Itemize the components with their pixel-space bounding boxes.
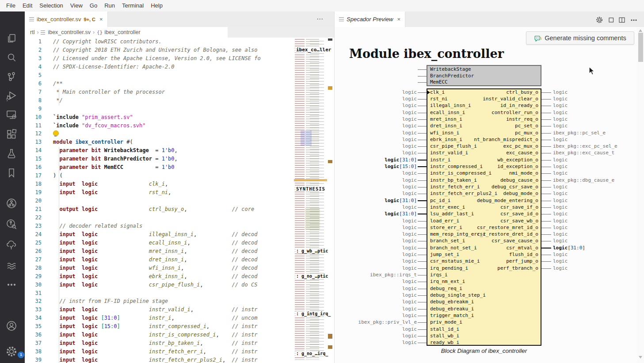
code-line-13[interactable]: 13module ibex_controller #( [25, 138, 294, 146]
code-line-31[interactable]: 31 [25, 289, 294, 298]
code-line-6[interactable]: 6/** [25, 80, 294, 88]
breadcrumb-root[interactable]: rtl [30, 29, 34, 35]
scrollbar-thumb[interactable] [638, 33, 643, 62]
input-port-stub [418, 268, 427, 269]
code-line-22[interactable]: 22 [25, 214, 294, 222]
code-line-5[interactable]: 5 [25, 71, 294, 80]
code-line-11[interactable]: 11`include "dv_fcov_macros.svh" [25, 122, 294, 130]
settings-gear-icon[interactable]: 1 [5, 345, 18, 358]
code-line-8[interactable]: 8 */ [25, 96, 294, 105]
line-number: 21 [25, 205, 42, 214]
output-port-name: csr_save_id_o [438, 211, 538, 217]
run-debug-icon[interactable] [5, 89, 18, 102]
indent-guide [59, 147, 59, 363]
waves-icon[interactable] [5, 260, 18, 272]
code-line-37[interactable]: 37 input logic instr_bp_taken_i, // inst… [25, 339, 294, 348]
menu-help[interactable]: Help [147, 0, 166, 11]
tab-specador-preview[interactable]: Specador Preview × [335, 11, 405, 27]
menu-go[interactable]: Go [86, 0, 101, 11]
menu-selection[interactable]: Selection [36, 0, 66, 11]
code-line-7[interactable]: 7 * Main controller of the processor [25, 88, 294, 96]
tab-ibex-controller[interactable]: ibex_controller.sv 9+, C × [25, 11, 108, 27]
code-line-38[interactable]: 38 input logic instr_fetch_err_i, // ins… [25, 348, 294, 356]
breadcrumb-symbol[interactable]: ibex_controller [104, 29, 140, 35]
code-line-28[interactable]: 28 input logic wfi_insn_i, // decod [25, 264, 294, 272]
account-icon[interactable] [5, 320, 18, 332]
preview-lock-icon[interactable] [607, 16, 615, 24]
lightbulb-icon[interactable] [53, 130, 59, 136]
code-line-34[interactable]: 34 input logic [31:0] instr_i, // uncom [25, 314, 294, 322]
code-line-21[interactable]: 21 output logic ctrl_busy_o, // core [25, 205, 294, 214]
tab-close-icon[interactable]: × [397, 16, 401, 23]
code-line-23[interactable]: 23 // decoder related signals [25, 222, 294, 230]
code-line-12[interactable]: 12 [25, 130, 294, 138]
input-port-type: logic [340, 259, 417, 264]
code-line-39[interactable]: 39 input logic instr_fetch_err_plus2_i, … [25, 356, 294, 363]
code-line-27[interactable]: 27 input logic dret_insn_i, // decod [25, 256, 294, 264]
source-control-icon[interactable] [5, 70, 18, 83]
preview-scrollbar[interactable] [637, 27, 644, 363]
code-line-15[interactable]: 15 parameter bit BranchPredictor = 1'b0, [25, 155, 294, 163]
output-port-type: logic [553, 198, 633, 203]
output-port-name: perf_tbranch_o [438, 266, 538, 271]
remote-explorer-icon[interactable] [5, 108, 18, 121]
output-port-stub [541, 214, 551, 214]
todo-tree-icon[interactable] [5, 239, 18, 251]
code-line-19[interactable]: 19 input logic rst_ni, [25, 188, 294, 197]
menu-terminal[interactable]: Terminal [118, 0, 147, 11]
code-line-30[interactable]: 30 input logic csr_pipe_flush_i, // do C… [25, 281, 294, 289]
generate-missing-comments-button[interactable]: Generate missing comments [526, 31, 634, 45]
minimap[interactable]: ibex_co…llerSYNTHESIS: g_wb_…ptic: g_no_… [294, 38, 327, 363]
activity-bar: 1 [0, 11, 25, 363]
split-editor-icon[interactable] [618, 16, 626, 24]
gear-icon[interactable] [595, 16, 603, 24]
chevron-right-icon: › [91, 29, 97, 35]
code-line-4[interactable]: 4// SPDX-License-Identifier: Apache-2.0 [25, 63, 294, 71]
more-icon[interactable] [5, 279, 18, 291]
output-port-type: logic [553, 191, 633, 196]
code-line-16[interactable]: 16 parameter bit MemECC = 1'b0 [25, 163, 294, 172]
menu-run[interactable]: Run [101, 0, 118, 11]
vscode-window: { "window": { "menu_items": ["File","Edi… [0, 0, 644, 363]
code-line-1[interactable]: 1// Copyright lowRISC contributors. [25, 38, 294, 46]
output-port-stub [541, 201, 551, 201]
git-graph-icon[interactable] [5, 197, 18, 210]
output-port-name: perf_jump_o [438, 259, 538, 264]
explorer-icon[interactable] [5, 32, 18, 45]
code-line-10[interactable]: 10`include "prim_assert.sv" [25, 113, 294, 122]
code-line-36[interactable]: 36 input logic instr_is_compressed_i, //… [25, 331, 294, 339]
code-line-33[interactable]: 33 input logic instr_valid_i, // instr [25, 306, 294, 314]
commit-search-icon[interactable] [5, 218, 18, 230]
test-beaker-icon[interactable] [5, 147, 18, 160]
extensions-icon[interactable] [5, 128, 18, 140]
scroll-up-icon[interactable] [639, 29, 642, 32]
tab-close-icon[interactable]: × [99, 16, 103, 23]
input-port-stub [418, 322, 427, 323]
input-port-name: debug_req_i [430, 286, 527, 291]
code-line-24[interactable]: 24 input logic illegal_insn_i, // decod [25, 230, 294, 239]
code-line-2[interactable]: 2// Copyright 2018 ETH Zurich and Univer… [25, 46, 294, 54]
code-line-32[interactable]: 32 // instr from IF-ID pipeline stage [25, 297, 294, 306]
menu-edit[interactable]: Edit [19, 0, 36, 11]
code-line-18[interactable]: 18 input logic clk_i, [25, 180, 294, 188]
scroll-down-icon[interactable] [639, 356, 642, 359]
code-line-9[interactable]: 9 [25, 105, 294, 113]
editor-more-actions-icon[interactable]: ⋯ [316, 15, 324, 23]
code-line-14[interactable]: 14 parameter bit WritebackStage = 1'b0, [25, 146, 294, 155]
ruler-marker [328, 38, 332, 41]
more-actions-icon[interactable] [630, 16, 638, 24]
search-icon[interactable] [5, 51, 18, 64]
line-number: 37 [25, 339, 42, 348]
code-line-29[interactable]: 29 input logic ebrk_insn_i, // decod [25, 272, 294, 281]
breadcrumb-file[interactable]: ibex_controller.sv [48, 29, 91, 35]
code-line-17[interactable]: 17) ( [25, 172, 294, 180]
code-line-25[interactable]: 25 input logic ecall_insn_i, // decod [25, 239, 294, 247]
menu-view[interactable]: View [67, 0, 86, 11]
menu-file[interactable]: File [3, 0, 19, 11]
code-line-35[interactable]: 35 input logic [15:0] instr_compressed_i… [25, 322, 294, 331]
code-line-26[interactable]: 26 input logic mret_insn_i, // decod [25, 247, 294, 256]
code-line-3[interactable]: 3// Licensed under the Apache License, V… [25, 54, 294, 63]
code-line-20[interactable]: 20 [25, 197, 294, 205]
code-editor[interactable]: 1// Copyright lowRISC contributors.2// C… [25, 38, 294, 363]
bookmarks-icon[interactable] [5, 167, 18, 179]
